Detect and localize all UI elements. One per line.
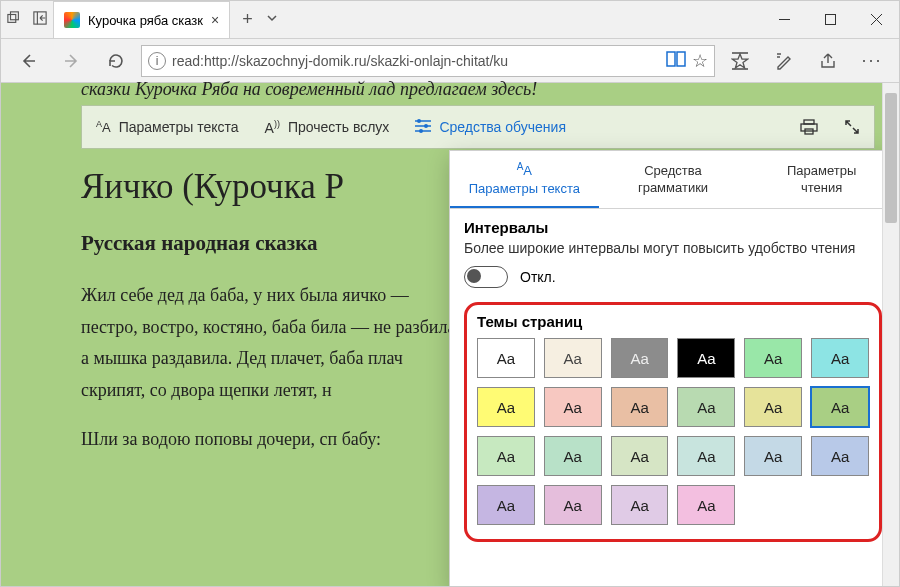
text-options-label: Параметры текста (119, 119, 239, 135)
theme-swatch[interactable]: Aa (544, 387, 602, 427)
minimize-button[interactable] (761, 1, 807, 38)
reading-view-icon[interactable] (666, 51, 686, 70)
themes-highlight: Темы страниц AaAaAaAaAaAaAaAaAaAaAaAaAaA… (464, 302, 882, 542)
intervals-title: Интервалы (464, 219, 882, 236)
tab-label: Параметры (787, 163, 856, 178)
intervals-desc: Более широкие интервалы могут повысить у… (464, 240, 882, 256)
fullscreen-button[interactable] (844, 119, 860, 135)
tab-text-options[interactable]: AA Параметры текста (450, 151, 599, 208)
tab-grammar[interactable]: Средства грамматики (599, 151, 748, 208)
svg-rect-5 (825, 15, 835, 25)
site-info-icon[interactable]: i (148, 52, 166, 70)
theme-swatch[interactable]: Aa (744, 338, 802, 378)
learning-tools-button[interactable]: Средства обучения (415, 119, 566, 136)
tab-strip: Курочка ряба сказк × + (1, 1, 761, 38)
theme-swatch[interactable]: Aa (744, 387, 802, 427)
more-icon[interactable]: ··· (853, 43, 891, 79)
close-window-button[interactable] (853, 1, 899, 38)
new-tab-icon[interactable]: + (242, 9, 253, 30)
text-size-icon: AA (517, 161, 532, 178)
theme-swatch[interactable]: Aa (611, 485, 669, 525)
svg-point-13 (419, 129, 423, 133)
learning-tools-panel: AA Параметры текста Средства грамматики … (449, 150, 897, 587)
theme-swatch[interactable]: Aa (544, 338, 602, 378)
window-controls (761, 1, 899, 38)
theme-swatch-grid: AaAaAaAaAaAaAaAaAaAaAaAaAaAaAaAaAaAaAaAa… (477, 338, 869, 525)
intervals-toggle[interactable] (464, 266, 508, 288)
tab-pre-icons (1, 1, 53, 38)
tab-label: Средства (644, 163, 702, 178)
text-options-button[interactable]: AA Параметры текста (96, 119, 239, 135)
tab-title: Курочка ряба сказк (88, 13, 203, 28)
theme-swatch[interactable]: Aa (677, 387, 735, 427)
theme-swatch[interactable]: Aa (744, 436, 802, 476)
favorite-star-icon[interactable]: ☆ (692, 50, 708, 72)
panel-tabs: AA Параметры текста Средства грамматики … (450, 151, 896, 209)
theme-swatch[interactable]: Aa (477, 485, 535, 525)
theme-swatch[interactable]: Aa (544, 485, 602, 525)
viewport: сказки Курочка Ряба на современный лад п… (1, 83, 899, 587)
svg-point-12 (424, 124, 428, 128)
theme-swatch[interactable]: Aa (477, 436, 535, 476)
url-input[interactable] (172, 53, 660, 69)
maximize-button[interactable] (807, 1, 853, 38)
theme-swatch[interactable]: Aa (544, 436, 602, 476)
browser-tab[interactable]: Курочка ряба сказк × (53, 1, 230, 38)
themes-title: Темы страниц (477, 313, 869, 330)
svg-point-11 (417, 119, 421, 123)
theme-swatch[interactable]: Aa (611, 338, 669, 378)
url-box[interactable]: i ☆ (141, 45, 715, 77)
article-paragraph: Шли за водою поповы дочери, сп бабу: (81, 424, 461, 456)
favicon-icon (64, 12, 80, 28)
svg-rect-0 (8, 14, 16, 22)
theme-swatch[interactable]: Aa (611, 387, 669, 427)
panel-body: Интервалы Более широкие интервалы могут … (450, 209, 896, 552)
theme-swatch[interactable]: Aa (811, 436, 869, 476)
theme-swatch[interactable]: Aa (477, 338, 535, 378)
learning-tools-icon (415, 119, 431, 136)
read-aloud-label: Прочесть вслух (288, 119, 389, 135)
clipped-text: сказки Курочка Ряба на современный лад п… (81, 79, 537, 100)
read-aloud-button[interactable]: A)) Прочесть вслух (265, 119, 390, 136)
theme-swatch[interactable]: Aa (611, 436, 669, 476)
tab-label: грамматики (638, 180, 708, 195)
svg-rect-1 (11, 11, 19, 19)
read-aloud-icon: A)) (265, 119, 280, 136)
theme-swatch[interactable]: Aa (811, 387, 869, 427)
theme-swatch[interactable]: Aa (477, 387, 535, 427)
learning-tools-label: Средства обучения (439, 119, 566, 135)
favorites-hub-icon[interactable] (721, 43, 759, 79)
notes-icon[interactable] (765, 43, 803, 79)
tab-actions: + (230, 1, 291, 38)
svg-rect-15 (801, 124, 817, 131)
theme-swatch[interactable]: Aa (811, 338, 869, 378)
forward-button[interactable] (53, 43, 91, 79)
refresh-button[interactable] (97, 43, 135, 79)
address-bar: i ☆ ··· (1, 39, 899, 83)
expand-icon (844, 119, 860, 135)
close-tab-icon[interactable]: × (211, 12, 219, 28)
theme-swatch[interactable]: Aa (677, 436, 735, 476)
windows-cascade-icon[interactable] (7, 11, 21, 29)
tab-label: чтения (801, 180, 842, 195)
theme-swatch[interactable]: Aa (677, 485, 735, 525)
back-button[interactable] (9, 43, 47, 79)
vertical-scrollbar[interactable] (882, 83, 899, 586)
print-icon (800, 119, 818, 135)
reading-toolbar: AA Параметры текста A)) Прочесть вслух С… (81, 105, 875, 149)
intervals-state: Откл. (520, 269, 556, 285)
article-paragraph: Жил себе дед да баба, у них была яичко —… (81, 280, 461, 406)
scrollbar-thumb[interactable] (885, 93, 897, 223)
tab-chevron-icon[interactable] (265, 11, 279, 29)
set-aside-icon[interactable] (33, 11, 47, 29)
theme-swatch[interactable]: Aa (677, 338, 735, 378)
titlebar: Курочка ряба сказк × + (1, 1, 899, 39)
print-button[interactable] (800, 119, 818, 135)
tab-label: Параметры текста (469, 181, 580, 196)
text-size-icon: AA (96, 119, 111, 135)
tab-reading-prefs[interactable]: Параметры чтения (747, 151, 896, 208)
share-icon[interactable] (809, 43, 847, 79)
